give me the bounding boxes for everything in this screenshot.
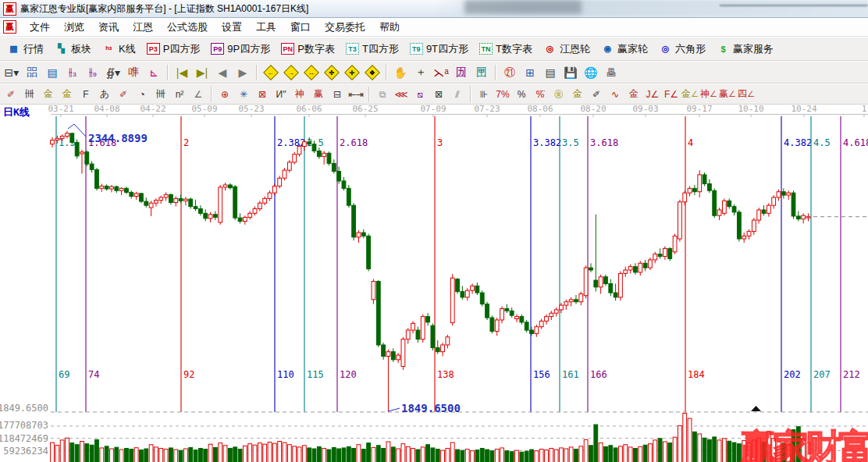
toolbar-button-p-digit-table[interactable]: PNP数字表 bbox=[276, 40, 340, 59]
toolbar-button-t-square[interactable]: T3T四方形 bbox=[341, 40, 404, 59]
tool-zoom-out-x[interactable]: ← bbox=[261, 63, 281, 82]
volume-bar bbox=[357, 445, 361, 462]
tool-gold-grid-2[interactable]: 金 bbox=[58, 86, 76, 103]
tool-print[interactable]: 🖶 bbox=[601, 63, 621, 82]
toolbar-button-winner-service[interactable]: $赢家服务 bbox=[712, 40, 778, 59]
tool-gann-box-tool[interactable]: 㘞 bbox=[451, 63, 471, 82]
tool-page-fwd[interactable]: ▶ bbox=[233, 63, 253, 82]
tool-wave-mark[interactable]: И″ bbox=[272, 86, 290, 103]
toolbar-button-t-digit-table[interactable]: TNT数字表 bbox=[475, 40, 537, 59]
tool-bars-9[interactable]: ⫲₉ bbox=[83, 63, 103, 82]
tool-fan-box-dark[interactable]: ⊠ bbox=[429, 86, 448, 103]
tool-gold-circle[interactable]: ㊎ bbox=[550, 86, 568, 103]
tool-expand-h[interactable]: ↔ bbox=[301, 63, 322, 82]
tool-cycle-tool[interactable]: 㘡 bbox=[471, 63, 492, 82]
tool-expand-all[interactable]: ✥ bbox=[362, 63, 382, 82]
tool-save[interactable]: 💾 bbox=[560, 63, 581, 82]
tool-win-grid[interactable]: 赢 bbox=[309, 86, 328, 103]
menu-item-8[interactable]: 交易委托 bbox=[318, 18, 372, 37]
tool-time-grid[interactable]: 卌 bbox=[20, 86, 39, 103]
toolbar-button-winner-wheel[interactable]: ◉赢家轮 bbox=[596, 40, 653, 59]
tool-crosshair-tool[interactable]: ＋ bbox=[411, 63, 431, 82]
kline-chart-canvas[interactable]: 日K线03-2104-0804-2205-0905-2306-0606-2507… bbox=[0, 105, 868, 462]
tool-span-arrows[interactable]: ⇤⇥ bbox=[347, 86, 365, 103]
tool-spider-web[interactable]: ✳ bbox=[234, 86, 253, 103]
toolbar-button-9t-square[interactable]: T99T四方形 bbox=[405, 40, 473, 59]
tool-f-angle[interactable]: F∠ bbox=[662, 86, 681, 103]
tool-scale-ruler[interactable]: ⊪ bbox=[475, 86, 493, 103]
tool-fan-box-purple[interactable]: ⧅ bbox=[411, 86, 429, 103]
tool-percent-7[interactable]: 7% bbox=[493, 86, 512, 103]
menu-item-3[interactable]: 江恩 bbox=[126, 18, 160, 37]
tool-last-page[interactable]: ▶| bbox=[192, 63, 212, 82]
gann-box-tool-icon: 㘞 bbox=[456, 66, 467, 80]
tool-bar-grid[interactable]: 卌 bbox=[151, 86, 170, 103]
menu-item-7[interactable]: 窗口 bbox=[283, 18, 318, 37]
tool-kline-style-menu[interactable]: ⊟▾ bbox=[2, 63, 22, 82]
tool-box-tool-gray[interactable]: ⧉ bbox=[373, 86, 392, 103]
tool-zoom-in-x[interactable]: → bbox=[281, 63, 301, 82]
tool-gold-line[interactable]: 金 bbox=[568, 86, 587, 103]
tool-box-web[interactable]: ⊠ bbox=[253, 86, 272, 103]
toolbar-button-sectors[interactable]: ▚板块 bbox=[50, 40, 96, 59]
tool-calculator[interactable]: ⊞ bbox=[520, 63, 540, 82]
tool-win-angle[interactable]: 赢∠ bbox=[718, 86, 737, 103]
tool-web-export[interactable]: 🌐 bbox=[581, 63, 601, 82]
toolbar-button-quotes[interactable]: ▦行情 bbox=[2, 40, 48, 59]
menu-item-4[interactable]: 公式选股 bbox=[160, 18, 215, 37]
tool-gold-grid-1[interactable]: 金 bbox=[39, 86, 58, 103]
toolbar-button-p-square[interactable]: P3P四方形 bbox=[142, 40, 205, 59]
tool-overlay-chart[interactable]: 㗊 bbox=[22, 63, 42, 82]
tool-info-panel[interactable]: ▤ bbox=[42, 63, 62, 82]
tool-fan-red[interactable]: ⋘ bbox=[392, 86, 411, 103]
tool-volume-profile[interactable]: ⊾ bbox=[144, 63, 164, 82]
menu-item-1[interactable]: 浏览 bbox=[57, 18, 91, 37]
tool-angle-measure[interactable]: ⋋ᵃ bbox=[431, 63, 451, 82]
candle-body bbox=[550, 313, 553, 316]
tool-f-grid[interactable]: F bbox=[76, 86, 95, 103]
tool-page-back[interactable]: ◀ bbox=[212, 63, 233, 82]
tool-angle-a[interactable]: ∠ bbox=[189, 86, 208, 103]
menu-item-0[interactable]: 文件 bbox=[23, 18, 57, 37]
tool-brush-red[interactable]: ✐ bbox=[114, 86, 133, 103]
tool-spiral[interactable]: あ bbox=[95, 86, 114, 103]
tool-pattern-grid[interactable]: 㗱 bbox=[123, 63, 144, 82]
tool-shen-angle[interactable]: 神∠ bbox=[699, 86, 718, 103]
tool-n-square[interactable]: n² bbox=[170, 86, 189, 103]
overlay-chart-icon: 㗊 bbox=[27, 66, 37, 80]
tool-notepad[interactable]: ▤ bbox=[540, 63, 560, 82]
gann-ratio-label: 3.5 bbox=[562, 137, 579, 148]
chart-area[interactable]: 日K线03-2104-0804-2205-0905-2306-0606-2507… bbox=[0, 105, 868, 462]
tool-j-angle[interactable]: J∠ bbox=[643, 86, 662, 103]
tool-expand-v[interactable]: ✢ bbox=[342, 63, 362, 82]
tool-wave-a[interactable]: ∿ bbox=[606, 86, 624, 103]
tool-four-angle[interactable]: 四∠ bbox=[737, 86, 756, 103]
menu-item-9[interactable]: 帮助 bbox=[372, 18, 407, 37]
toolbar-button-gann-wheel[interactable]: ◎江恩轮 bbox=[539, 40, 595, 59]
tool-gold-under[interactable]: 金 bbox=[624, 86, 643, 103]
date-label: 04-08 bbox=[94, 105, 119, 114]
menu-item-5[interactable]: 设置 bbox=[215, 18, 249, 37]
tool-compress-h[interactable]: ✣ bbox=[322, 63, 342, 82]
tool-calendar[interactable]: ㉑ bbox=[500, 63, 520, 82]
tool-ruler-123[interactable]: ⊟ bbox=[328, 86, 347, 103]
toolbar-button-hexagon[interactable]: ◎六角形 bbox=[654, 40, 710, 59]
tool-parallel-lines[interactable]: ⫽ bbox=[448, 86, 467, 103]
tool-percent[interactable]: % bbox=[512, 86, 531, 103]
menu-item-6[interactable]: 工具 bbox=[249, 18, 283, 37]
scale-ruler-icon: ⊪ bbox=[480, 89, 488, 100]
tool-shen-grid[interactable]: 神 bbox=[290, 86, 309, 103]
tool-hand-tool[interactable]: ✋ bbox=[390, 63, 411, 82]
tool-gold-angle[interactable]: 金∠ bbox=[681, 86, 699, 103]
tool-bars-3[interactable]: ⫲₃ bbox=[62, 63, 83, 82]
tool-compass-target[interactable]: ⊕ bbox=[215, 86, 234, 103]
tool-eraser-tool[interactable]: ✐ bbox=[2, 86, 20, 103]
tool-candle-menu[interactable]: ∯▾ bbox=[103, 63, 123, 82]
tool-clock-cycle[interactable]: ◔ bbox=[133, 86, 151, 103]
toolbar-button-kline[interactable]: ʰᵌK线 bbox=[98, 40, 141, 59]
menu-item-2[interactable]: 资讯 bbox=[91, 18, 126, 37]
toolbar-button-9p-square[interactable]: P99P四方形 bbox=[206, 40, 275, 59]
tool-percent-lines[interactable]: %⃛ bbox=[531, 86, 550, 103]
tool-brush-2[interactable]: ✐ bbox=[587, 86, 606, 103]
tool-first-page[interactable]: |◀ bbox=[172, 63, 192, 82]
